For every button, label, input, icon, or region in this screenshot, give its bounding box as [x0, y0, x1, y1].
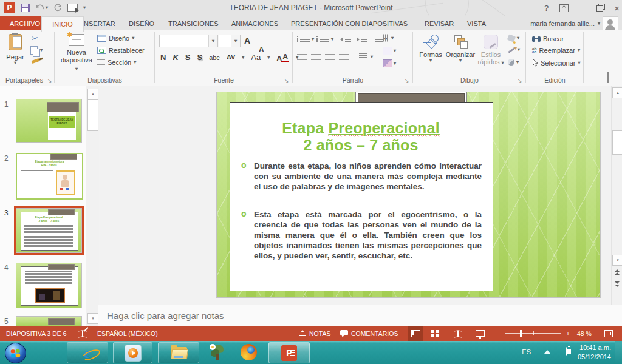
align-left-button[interactable]: [297, 54, 307, 60]
next-slide-button[interactable]: [615, 281, 620, 287]
restore-button[interactable]: [596, 5, 603, 12]
zoom-out-button[interactable]: −: [497, 326, 501, 341]
previous-slide-button[interactable]: [615, 269, 620, 275]
arrange-button[interactable]: Organizar ▾: [445, 35, 476, 63]
show-desktop-button[interactable]: [615, 341, 622, 364]
shape-outline-button[interactable]: ▾: [508, 47, 520, 52]
increase-indent-button[interactable]: [361, 36, 367, 42]
normal-view-button[interactable]: [408, 326, 423, 341]
ribbon-display-options-button[interactable]: [559, 4, 569, 12]
slide-thumbnail-2[interactable]: Etapa sensoriomotora R/N - 2 años.: [16, 153, 83, 200]
line-spacing-button[interactable]: [375, 36, 383, 42]
language-indicator[interactable]: ESPAÑOL (MÉXICO): [97, 326, 158, 341]
slide-indicator[interactable]: DIAPOSITIVA 3 DE 6: [6, 326, 67, 341]
taskbar-explorer[interactable]: [158, 342, 199, 363]
tab-transiciones[interactable]: TRANSICIONES: [163, 16, 224, 30]
shapes-button[interactable]: Formas ▾: [417, 35, 444, 63]
numbering-button[interactable]: [320, 36, 329, 42]
decrease-indent-icon[interactable]: [340, 37, 343, 42]
shape-effects-button[interactable]: ▾: [508, 59, 519, 66]
convert-smartart-button[interactable]: ▾: [383, 59, 396, 67]
battery-icon[interactable]: [566, 347, 567, 356]
clipboard-dialog-launcher[interactable]: ↘: [47, 78, 52, 84]
reading-view-button[interactable]: [451, 326, 465, 341]
zoom-in-button[interactable]: +: [566, 326, 570, 341]
align-right-button[interactable]: [325, 54, 335, 60]
comments-toggle[interactable]: COMENTARIOS: [340, 326, 398, 341]
format-painter-button[interactable]: [32, 59, 39, 62]
scrollbar-thumb[interactable]: [87, 99, 98, 131]
tab-diseno[interactable]: DISEÑO: [123, 16, 160, 30]
slide-editor[interactable]: Etapa Preoperacional 2 años – 7 años o D…: [217, 92, 600, 297]
scroll-down-button[interactable]: ▾: [87, 313, 98, 324]
quick-styles-button[interactable]: Estilos rápidos ▾: [477, 35, 504, 66]
slide-thumbnail-4[interactable]: [16, 263, 82, 308]
clock[interactable]: 10:41 a.m. 05/12/2014: [578, 343, 611, 362]
minimize-button[interactable]: [579, 8, 586, 8]
slideshow-view-button[interactable]: [473, 326, 487, 341]
reset-slide-button[interactable]: Restablecer: [97, 47, 145, 54]
scrollbar-thumb[interactable]: [612, 130, 622, 155]
zoom-slider-thumb[interactable]: [520, 330, 522, 337]
taskbar-plants-game[interactable]: [205, 342, 230, 362]
notes-toggle[interactable]: NOTAS: [299, 326, 330, 341]
avatar[interactable]: [603, 16, 618, 32]
scroll-up-button[interactable]: ▴: [612, 87, 622, 98]
bullets-button[interactable]: [300, 36, 310, 42]
slide-thumbnail-5[interactable]: [16, 316, 82, 326]
text-shadow-button[interactable]: S: [197, 53, 202, 62]
collapse-ribbon-button[interactable]: [607, 73, 609, 84]
zoom-level[interactable]: 48 %: [577, 326, 592, 341]
thumbnails-scrollbar[interactable]: ▴ ▾: [86, 86, 99, 326]
slide-thumbnail-1[interactable]: TEORIA DE JEAN PIAGET: [16, 99, 82, 143]
close-button[interactable]: ×: [614, 3, 620, 13]
slide-bullet-1[interactable]: o Durante esta etapa, los niños aprenden…: [240, 161, 482, 192]
font-size-combo[interactable]: ▾: [219, 35, 241, 47]
tab-presentacion[interactable]: PRESENTACIÓN CON DIAPOSITIVAS: [285, 16, 413, 30]
new-slide-button[interactable]: ✱ Nueva diapositiva ▾: [60, 34, 94, 72]
strikethrough-button[interactable]: abc: [209, 54, 220, 61]
taskbar-powerpoint-active[interactable]: P: [268, 342, 310, 363]
scroll-up-button[interactable]: ▴: [87, 89, 98, 99]
taskbar-internet-explorer[interactable]: e: [67, 342, 108, 363]
bold-button[interactable]: N: [160, 53, 166, 62]
taskbar-media-player[interactable]: [113, 342, 152, 363]
text-direction-button[interactable]: ▾: [383, 35, 394, 41]
spell-check-button[interactable]: [78, 326, 87, 341]
paste-button[interactable]: Pegar ▾: [4, 34, 27, 66]
replace-button[interactable]: abac Reemplazar ▾: [532, 47, 580, 54]
find-button[interactable]: Buscar: [532, 35, 564, 42]
justify-button[interactable]: [339, 54, 349, 60]
slide-title[interactable]: Etapa Preoperacional 2 años – 7 años: [239, 120, 483, 153]
slide-bullet-2[interactable]: o Esta etapa está marcada por el egocent…: [240, 209, 482, 261]
select-button[interactable]: Seleccionar ▾: [532, 59, 581, 67]
drawing-dialog-launcher[interactable]: ↘: [518, 78, 522, 84]
increase-indent-icon[interactable]: [357, 37, 360, 42]
font-color-button[interactable]: A: [281, 52, 289, 62]
taskbar-firefox[interactable]: [236, 342, 261, 362]
copy-button[interactable]: ▾: [30, 46, 43, 55]
fit-to-window-button[interactable]: [601, 326, 616, 341]
scroll-down-button[interactable]: ▾: [612, 255, 622, 266]
account-menu[interactable]: maria fernanda allie... ▾: [530, 16, 600, 30]
vertical-scrollbar[interactable]: ▴ ▾: [611, 86, 622, 305]
start-button[interactable]: [5, 343, 26, 363]
language-indicator[interactable]: ES: [522, 348, 531, 356]
align-center-button[interactable]: [311, 54, 321, 60]
paragraph-dialog-launcher[interactable]: ↘: [405, 78, 409, 84]
italic-button[interactable]: K: [173, 53, 178, 62]
help-button[interactable]: ?: [544, 4, 549, 13]
tab-inicio[interactable]: INICIO: [41, 16, 84, 32]
hidden-icons-button[interactable]: [544, 350, 550, 354]
font-dialog-launcher[interactable]: ↘: [284, 78, 289, 84]
columns-button[interactable]: [359, 53, 367, 60]
align-text-button[interactable]: ▾: [383, 47, 396, 55]
underline-button[interactable]: S: [185, 53, 191, 62]
tab-revisar[interactable]: REVISAR: [419, 16, 459, 30]
shape-fill-button[interactable]: ▾: [508, 35, 519, 41]
slide-sorter-view-button[interactable]: [429, 326, 443, 341]
tab-animaciones[interactable]: ANIMACIONES: [226, 16, 284, 30]
slide-thumbnail-3-selected[interactable]: Etapa Preoperacional 2 años – 7 años: [16, 208, 82, 253]
section-button[interactable]: Sección ▾: [97, 59, 136, 66]
decrease-indent-button[interactable]: [345, 36, 351, 42]
